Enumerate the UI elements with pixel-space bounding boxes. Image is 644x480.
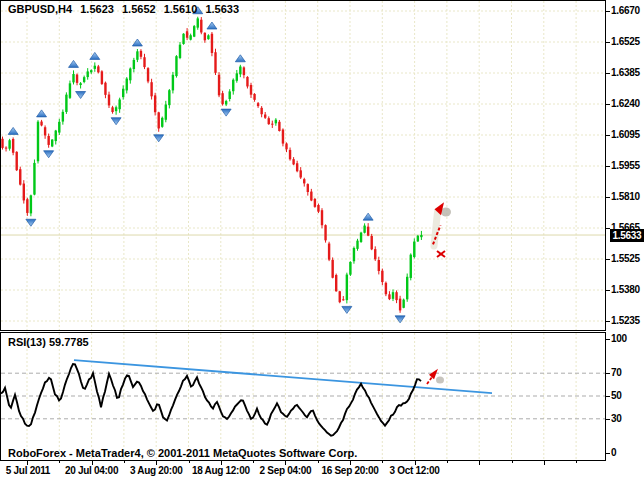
rsi-arrow-annotation <box>427 369 444 384</box>
price-axis-label: 1.5810 <box>611 191 640 202</box>
axis-tick-mark <box>605 135 610 136</box>
time-axis-label: 5 Jul 2011 <box>6 465 50 476</box>
rsi-chart-canvas[interactable] <box>0 332 606 461</box>
axis-tick-mark <box>605 73 610 74</box>
time-tick-mark <box>576 461 577 463</box>
axis-tick-mark <box>605 42 610 43</box>
axis-tick-mark <box>605 419 610 420</box>
time-axis-label: 3 Aug 20:00 <box>130 465 182 476</box>
rsi-axis-label: 70 <box>611 367 622 378</box>
projection-annotations <box>433 202 451 257</box>
time-tick-mark <box>382 461 383 463</box>
time-tick-mark <box>59 461 60 463</box>
time-tick-mark <box>479 461 480 465</box>
time-tick-mark <box>512 461 513 463</box>
axis-tick-mark <box>605 453 610 454</box>
price-axis-label: 1.6095 <box>611 129 640 140</box>
rsi-arrow-shadow-blob <box>436 377 444 384</box>
rsi-descending-trendline[interactable] <box>74 360 492 393</box>
axis-tick-mark <box>605 259 610 260</box>
axis-tick-mark <box>605 166 610 167</box>
time-tick-mark <box>544 461 545 465</box>
main-chart-panel[interactable] <box>0 0 606 331</box>
quote-low: 1.5610 <box>164 3 198 15</box>
rsi-axis-label: 100 <box>611 333 627 344</box>
mt4-chart-window: GBPUSD,H4 1.5623 1.5652 1.5610 1.5633 RS… <box>0 0 644 480</box>
price-axis-label: 1.6240 <box>611 98 640 109</box>
arrow-shadow-blob <box>441 208 451 217</box>
time-tick-mark <box>447 461 448 463</box>
copyright-text: RoboForex - MetaTrader4, © 2001-2011 Met… <box>8 447 357 459</box>
price-axis-label: 1.5525 <box>611 253 640 264</box>
fractal-arrows <box>8 7 405 323</box>
axis-tick-mark <box>605 197 610 198</box>
time-tick-mark <box>124 461 125 463</box>
price-axis-label: 1.6670 <box>611 5 640 16</box>
axis-tick-mark <box>605 11 610 12</box>
price-axis-label: 1.5235 <box>611 315 640 326</box>
quote-high: 1.5652 <box>122 3 156 15</box>
price-axis-label: 1.6385 <box>611 67 640 78</box>
main-grid <box>1 1 605 330</box>
time-axis-label: 2 Sep 04:00 <box>260 465 312 476</box>
axis-tick-mark <box>605 373 610 374</box>
rsi-panel[interactable] <box>0 332 606 461</box>
axis-tick-mark <box>605 396 610 397</box>
price-chart-canvas[interactable] <box>0 0 606 331</box>
price-axis-label: 1.5380 <box>611 284 640 295</box>
chart-title: GBPUSD,H4 1.5623 1.5652 1.5610 1.5633 <box>8 3 244 15</box>
chart-symbol-period: GBPUSD,H4 <box>8 3 72 15</box>
axis-tick-mark <box>605 339 610 340</box>
quote-open: 1.5623 <box>80 3 114 15</box>
time-axis-label: 3 Oct 12:00 <box>390 465 440 476</box>
rsi-axis-label: 0 <box>611 447 616 458</box>
price-axis-label: 1.5955 <box>611 160 640 171</box>
arrow-shadow-streak <box>434 212 438 246</box>
time-axis-label: 18 Aug 12:00 <box>192 465 250 476</box>
axis-tick-mark <box>605 104 610 105</box>
rsi-grid <box>1 333 605 460</box>
time-axis-label: 16 Sep 20:00 <box>322 465 379 476</box>
axis-tick-mark <box>605 321 610 322</box>
time-tick-mark <box>253 461 254 463</box>
time-tick-mark <box>318 461 319 463</box>
current-price-label: 1.5633 <box>610 229 644 242</box>
rsi-line <box>1 364 421 436</box>
quote-close: 1.5633 <box>205 3 239 15</box>
candlesticks <box>1 17 422 313</box>
time-tick-mark <box>189 461 190 463</box>
rsi-arrow-head <box>429 369 438 380</box>
price-axis-label: 1.6525 <box>611 36 640 47</box>
rsi-axis-label: 50 <box>611 390 622 401</box>
axis-tick-mark <box>605 290 610 291</box>
time-axis-label: 20 Jul 04:00 <box>65 465 118 476</box>
rsi-axis-label: 30 <box>611 413 622 424</box>
rsi-arrow-shaft <box>427 377 432 384</box>
rsi-indicator-label: RSI(13) 59.7785 <box>8 336 89 348</box>
